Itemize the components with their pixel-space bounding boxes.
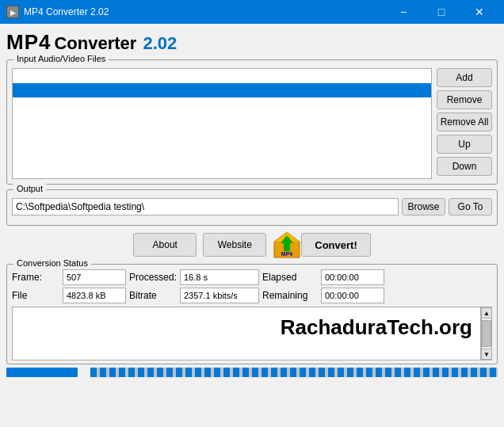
- output-group-box: Output Browse Go To: [6, 189, 498, 226]
- bitrate-value: 2357.1 kbits/s: [180, 288, 259, 303]
- bottom-progress: [6, 368, 498, 377]
- input-group-box: Input Audio/Video Files Add Remove Remov…: [6, 59, 498, 185]
- app-icon: ▶: [6, 6, 19, 18]
- close-button[interactable]: ✕: [461, 0, 498, 24]
- log-watermark: RachaduraTech.org: [16, 309, 477, 345]
- input-section: Add Remove Remove All Up Down: [12, 68, 492, 179]
- title-bar: ▶ MP4 Converter 2.02 − □ ✕: [0, 0, 504, 24]
- frame-value: 507: [63, 269, 126, 285]
- convert-wrap: MP4 Convert!: [273, 231, 370, 259]
- remove-button[interactable]: Remove: [437, 90, 492, 109]
- maximize-button[interactable]: □: [423, 0, 460, 24]
- file-list-item-selected[interactable]: [13, 83, 431, 97]
- app-title-converter: Converter: [54, 33, 136, 54]
- file-value: 4823.8 kB: [63, 288, 126, 303]
- scroll-up-arrow[interactable]: ▲: [481, 307, 492, 318]
- title-bar-left: ▶ MP4 Converter 2.02: [6, 6, 109, 18]
- output-path-input[interactable]: [12, 198, 399, 215]
- progress-bar-left: [6, 368, 78, 377]
- remaining-value: 00:00:00: [321, 288, 384, 303]
- processed-label: Processed:: [129, 272, 177, 283]
- title-bar-text: MP4 Converter 2.02: [24, 6, 109, 17]
- convert-button[interactable]: Convert!: [301, 233, 370, 257]
- down-button[interactable]: Down: [437, 157, 492, 176]
- frame-label: Frame:: [12, 272, 59, 283]
- mp4-icon: MP4: [273, 231, 301, 259]
- input-group-label: Input Audio/Video Files: [13, 54, 109, 63]
- status-label: Conversion Status: [13, 258, 91, 268]
- browse-button[interactable]: Browse: [402, 198, 445, 215]
- file-label: File: [12, 290, 59, 301]
- output-section: Browse Go To: [12, 198, 492, 215]
- action-row: About Website MP4 Convert!: [6, 231, 498, 259]
- file-list-item[interactable]: [13, 69, 431, 83]
- conversion-status: Conversion Status Frame: 507 Processed: …: [6, 264, 498, 364]
- elapsed-label: Elapsed: [262, 272, 318, 283]
- output-group-label: Output: [13, 184, 46, 193]
- progress-gap: [81, 368, 87, 377]
- file-list[interactable]: [12, 68, 432, 179]
- about-button[interactable]: About: [133, 233, 197, 257]
- app-title-version: 2.02: [143, 33, 177, 54]
- title-bar-controls: − □ ✕: [385, 0, 498, 24]
- log-area-container: RachaduraTech.org ▲ ▼: [12, 307, 492, 360]
- svg-text:▶: ▶: [10, 9, 16, 17]
- scrollbar[interactable]: ▲ ▼: [481, 307, 492, 360]
- elapsed-value: 00:00:00: [321, 269, 384, 285]
- add-button[interactable]: Add: [437, 68, 492, 87]
- side-buttons: Add Remove Remove All Up Down: [437, 68, 492, 179]
- remove-all-button[interactable]: Remove All: [437, 112, 492, 132]
- app-title-mp4: MP4: [6, 30, 51, 55]
- processed-value: 16.8 s: [180, 269, 259, 285]
- minimize-button[interactable]: −: [385, 0, 422, 24]
- bitrate-label: Bitrate: [129, 290, 177, 301]
- scroll-thumb[interactable]: [482, 320, 491, 347]
- app-title: MP4 Converter 2.02: [6, 30, 498, 55]
- up-button[interactable]: Up: [437, 135, 492, 154]
- scroll-down-arrow[interactable]: ▼: [481, 349, 492, 360]
- goto-button[interactable]: Go To: [449, 198, 492, 215]
- main-content: MP4 Converter 2.02 Input Audio/Video Fil…: [0, 24, 504, 382]
- website-button[interactable]: Website: [203, 233, 266, 257]
- log-area[interactable]: RachaduraTech.org: [12, 307, 481, 360]
- svg-text:MP4: MP4: [281, 251, 293, 257]
- remaining-label: Remaining: [262, 290, 318, 301]
- progress-bar-right: [90, 368, 498, 377]
- status-grid: Frame: 507 Processed: 16.8 s Elapsed 00:…: [12, 269, 492, 303]
